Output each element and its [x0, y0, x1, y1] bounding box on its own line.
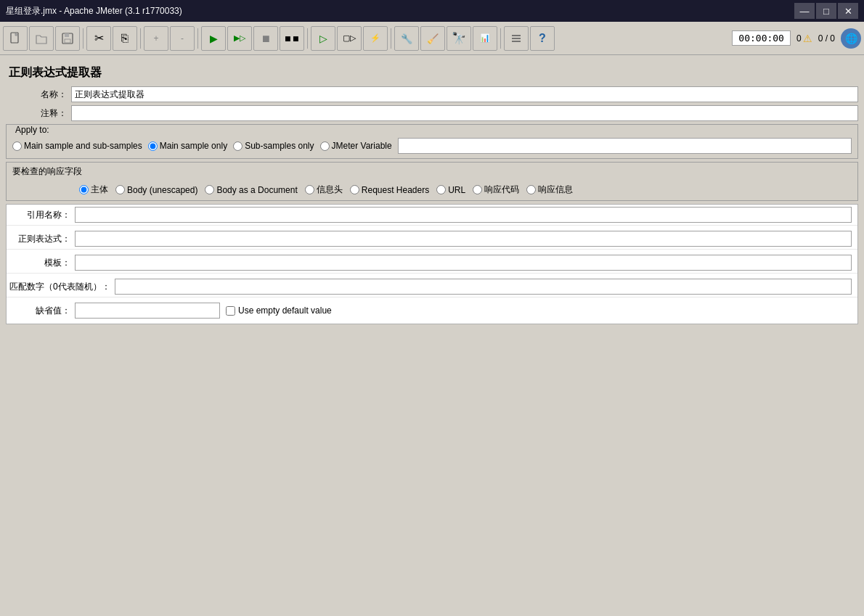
title-bar-title: 星组登录.jmx - Apache JMeter (3.1 r1770033) — [6, 5, 182, 17]
apply-to-options: Main sample and sub-samples Main sample … — [7, 135, 857, 158]
radio-jmeter-var[interactable] — [320, 141, 330, 151]
radio-body-label[interactable]: 主体 — [79, 184, 108, 196]
collapse-button[interactable]: - — [170, 26, 195, 51]
template-input[interactable] — [75, 255, 852, 271]
radio-body-unescaped-label[interactable]: Body (unescaped) — [115, 185, 197, 195]
panel: 正则表达式提取器 名称： 注释： Apply to: Main sample a… — [6, 61, 858, 324]
radio-url-text: URL — [448, 185, 465, 195]
radio-request-headers-label[interactable]: Request Headers — [350, 185, 429, 195]
radio-main-sub[interactable] — [12, 141, 22, 151]
radio-url-label[interactable]: URL — [436, 185, 465, 195]
copy-button[interactable]: ⎘ — [113, 26, 137, 51]
toolbar-right: 00:00:00 0 ⚠ 0 / 0 🌐 — [732, 28, 861, 49]
separator-1 — [83, 28, 83, 49]
fields-section: 引用名称： 正则表达式： 模板： 匹配数字（0代表随机）： 缺省值： — [6, 204, 858, 324]
default-val-row: 缺省值： Use empty default value — [7, 300, 857, 321]
radio-info-label[interactable]: 信息头 — [305, 184, 343, 196]
title-bar: 星组登录.jmx - Apache JMeter (3.1 r1770033) … — [0, 0, 864, 22]
svg-rect-3 — [65, 39, 70, 43]
name-label: 名称： — [6, 89, 71, 101]
toolbar: ✂ ⎘ + - ▶ ▶▷ ⏹ ⏹⏹ ▷ ▢▷ ⚡ 🔧 🧹 🔭 📊 ? 00:00… — [0, 22, 864, 55]
title-bar-controls: — □ ✕ — [794, 3, 858, 19]
ref-name-input[interactable] — [75, 207, 852, 223]
apply-to-legend: Apply to: — [12, 125, 52, 135]
radio-main-only[interactable] — [148, 141, 158, 151]
panel-title: 正则表达式提取器 — [6, 61, 858, 86]
response-field-section: 要检查的响应字段 主体 Body (unescaped) Body as a D… — [6, 162, 858, 201]
radio-body-doc-text: Body as a Document — [216, 185, 297, 195]
radio-response-msg[interactable] — [526, 185, 536, 194]
stop-all-button[interactable]: ⏹⏹ — [280, 26, 304, 51]
radio-info[interactable] — [305, 185, 314, 194]
expand-button[interactable]: + — [144, 26, 168, 51]
radio-response-code[interactable] — [473, 185, 482, 194]
jmeter-var-input[interactable] — [398, 138, 852, 154]
main-content: 正则表达式提取器 名称： 注释： Apply to: Main sample a… — [0, 55, 864, 616]
run-button[interactable]: ▶ — [201, 26, 226, 51]
separator-2 — [140, 28, 141, 49]
name-input[interactable] — [71, 86, 858, 102]
close-button[interactable]: ✕ — [838, 3, 858, 19]
match-no-row: 匹配数字（0代表随机）： — [7, 276, 857, 297]
stop-button[interactable]: ⏹ — [253, 26, 278, 51]
use-empty-label[interactable]: Use empty default value — [226, 305, 332, 316]
separator-3 — [197, 28, 198, 49]
radio-body-doc[interactable] — [205, 185, 214, 194]
function-button[interactable]: 🔧 — [394, 26, 419, 51]
apply-to-section: Apply to: Main sample and sub-samples Ma… — [6, 124, 858, 159]
radio-jmeter-var-text: JMeter Variable — [332, 141, 392, 151]
radio-sub-only[interactable] — [233, 141, 243, 151]
ref-name-label: 引用名称： — [9, 209, 75, 221]
default-val-label: 缺省值： — [9, 305, 75, 317]
svg-rect-2 — [65, 33, 69, 37]
use-empty-checkbox[interactable] — [226, 306, 235, 316]
list-button[interactable] — [504, 26, 529, 51]
match-no-input[interactable] — [115, 279, 852, 295]
remote-clear-button[interactable]: ⚡ — [363, 26, 388, 51]
regex-label: 正则表达式： — [9, 233, 75, 245]
counter-display: 0 / 0 — [818, 33, 835, 44]
save-button[interactable] — [55, 26, 80, 51]
svg-text:🔧: 🔧 — [401, 33, 413, 45]
binoculars-button[interactable]: 🔭 — [447, 26, 471, 51]
globe-button[interactable]: 🌐 — [841, 28, 861, 49]
remote-run-button[interactable]: ▷ — [311, 26, 335, 51]
regex-input[interactable] — [75, 231, 852, 247]
response-section-title: 要检查的响应字段 — [7, 163, 857, 181]
template-button[interactable]: 🧹 — [420, 26, 445, 51]
default-val-input[interactable] — [75, 303, 220, 319]
radio-jmeter-var-label[interactable]: JMeter Variable — [320, 141, 392, 151]
radio-body-unescaped[interactable] — [115, 185, 125, 194]
comment-input[interactable] — [71, 105, 858, 121]
regex-row: 正则表达式： — [7, 229, 857, 250]
run-all-button[interactable]: ▶▷ — [227, 26, 252, 51]
radio-sub-only-label[interactable]: Sub-samples only — [233, 141, 314, 151]
ref-name-row: 引用名称： — [7, 205, 857, 226]
radio-main-only-text: Main sample only — [160, 141, 227, 151]
help-button[interactable]: ? — [530, 26, 555, 51]
log-button[interactable]: 📊 — [473, 26, 497, 51]
minimize-button[interactable]: — — [794, 3, 815, 19]
new-button[interactable] — [3, 26, 28, 51]
radio-body-text: 主体 — [91, 184, 108, 196]
radio-main-only-label[interactable]: Main sample only — [148, 141, 227, 151]
radio-response-msg-label[interactable]: 响应信息 — [526, 184, 573, 196]
name-row: 名称： — [6, 86, 858, 102]
template-row: 模板： — [7, 252, 857, 274]
svg-text:🧹: 🧹 — [427, 33, 439, 45]
radio-body-unescaped-text: Body (unescaped) — [127, 185, 197, 195]
radio-sub-only-text: Sub-samples only — [245, 141, 314, 151]
remote-stop-button[interactable]: ▢▷ — [337, 26, 362, 51]
maximize-button[interactable]: □ — [816, 3, 836, 19]
cut-button[interactable]: ✂ — [86, 26, 111, 51]
radio-url[interactable] — [436, 185, 446, 194]
separator-6 — [500, 28, 501, 49]
radio-request-headers[interactable] — [350, 185, 359, 194]
radio-body-doc-label[interactable]: Body as a Document — [205, 185, 297, 195]
radio-main-sub-label[interactable]: Main sample and sub-samples — [12, 141, 142, 151]
radio-response-code-label[interactable]: 响应代码 — [473, 184, 519, 196]
open-button[interactable] — [29, 26, 54, 51]
warning-icon: ⚠ — [803, 33, 812, 44]
separator-5 — [391, 28, 391, 49]
radio-body[interactable] — [79, 185, 89, 194]
